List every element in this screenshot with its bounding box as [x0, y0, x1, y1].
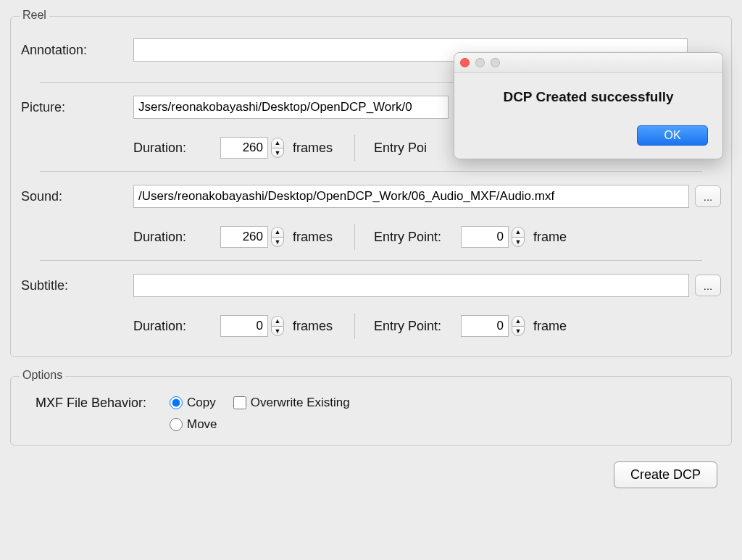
sound-browse-button[interactable]: ... — [695, 185, 721, 207]
subtitle-entry-spinner: ▲ ▼ — [461, 315, 525, 337]
vertical-separator — [354, 135, 355, 161]
minimize-icon — [475, 58, 485, 67]
subtitle-duration-input[interactable] — [220, 315, 268, 337]
success-dialog: DCP Created successfully OK — [454, 52, 723, 159]
sound-label: Sound: — [21, 189, 133, 204]
subtitle-duration-spinner: ▲ ▼ — [220, 315, 284, 337]
picture-duration-label: Duration: — [133, 141, 220, 156]
stepper-down-icon[interactable]: ▼ — [512, 237, 525, 247]
subtitle-subrow: Duration: ▲ ▼ frames Entry Point: ▲ ▼ fr… — [21, 313, 721, 339]
overwrite-checkbox[interactable] — [233, 396, 246, 409]
move-radio[interactable] — [170, 418, 183, 431]
picture-duration-input[interactable] — [220, 137, 268, 159]
sound-entry-label: Entry Point: — [374, 230, 461, 245]
subtitle-label: Subtitle: — [21, 278, 133, 293]
options-row: MXF File Behavior: Copy Overwrite Existi… — [21, 396, 721, 432]
dialog-body: DCP Created successfully OK — [454, 73, 722, 159]
move-radio-text: Move — [187, 417, 217, 432]
subtitle-browse-button[interactable]: ... — [695, 275, 721, 296]
stepper-up-icon[interactable]: ▲ — [512, 316, 525, 326]
stepper-down-icon[interactable]: ▼ — [271, 237, 284, 247]
subtitle-entry-label: Entry Point: — [374, 319, 461, 334]
stepper-up-icon[interactable]: ▲ — [271, 316, 284, 326]
subtitle-entry-input[interactable] — [461, 315, 509, 337]
sound-duration-spinner: ▲ ▼ — [220, 226, 284, 248]
options-group: Options MXF File Behavior: Copy Overwrit… — [10, 376, 732, 446]
sound-duration-input[interactable] — [220, 226, 268, 248]
separator — [40, 260, 702, 261]
create-dcp-button[interactable]: Create DCP — [614, 461, 717, 488]
picture-entry-label: Entry Poi — [374, 141, 427, 156]
vertical-separator — [354, 313, 355, 339]
dialog-message: DCP Created successfully — [469, 89, 708, 105]
copy-radio-text: Copy — [187, 396, 216, 410]
overwrite-check-label[interactable]: Overwrite Existing — [233, 396, 350, 410]
picture-duration-unit: frames — [293, 141, 333, 156]
reel-group-title: Reel — [20, 9, 49, 22]
sound-path-input[interactable] — [133, 185, 689, 208]
stepper-up-icon[interactable]: ▲ — [271, 138, 284, 148]
subtitle-duration-unit: frames — [293, 319, 333, 334]
subtitle-duration-label: Duration: — [133, 319, 220, 334]
sound-entry-spinner: ▲ ▼ — [461, 226, 525, 248]
sound-duration-unit: frames — [293, 230, 333, 245]
create-row: Create DCP — [0, 446, 742, 488]
subtitle-entry-unit: frame — [533, 319, 567, 334]
picture-path-input[interactable] — [133, 96, 449, 119]
sound-subrow: Duration: ▲ ▼ frames Entry Point: ▲ ▼ fr… — [21, 224, 721, 250]
options-group-title: Options — [20, 369, 65, 382]
sound-row: Sound: ... — [21, 182, 721, 211]
maximize-icon — [491, 58, 500, 67]
stepper-down-icon[interactable]: ▼ — [512, 326, 525, 336]
ok-button[interactable]: OK — [637, 125, 708, 146]
subtitle-path-input[interactable] — [133, 274, 689, 297]
dialog-titlebar[interactable] — [454, 53, 722, 73]
picture-label: Picture: — [21, 100, 133, 115]
overwrite-check-text: Overwrite Existing — [251, 396, 350, 410]
stepper-up-icon[interactable]: ▲ — [271, 227, 284, 237]
copy-radio-label[interactable]: Copy — [170, 396, 216, 410]
stepper-down-icon[interactable]: ▼ — [271, 148, 284, 158]
picture-duration-spinner: ▲ ▼ — [220, 137, 284, 159]
stepper-up-icon[interactable]: ▲ — [512, 227, 525, 237]
sound-entry-unit: frame — [533, 230, 567, 245]
sound-entry-input[interactable] — [461, 226, 509, 248]
copy-radio[interactable] — [170, 396, 183, 409]
subtitle-row: Subtitle: ... — [21, 271, 721, 300]
vertical-separator — [354, 224, 355, 250]
mxf-behavior-label: MXF File Behavior: — [21, 396, 170, 411]
annotation-label: Annotation: — [21, 43, 133, 58]
separator — [40, 171, 702, 172]
stepper-down-icon[interactable]: ▼ — [271, 326, 284, 336]
move-radio-label[interactable]: Move — [170, 417, 350, 432]
close-icon[interactable] — [460, 58, 470, 67]
sound-duration-label: Duration: — [133, 230, 220, 245]
